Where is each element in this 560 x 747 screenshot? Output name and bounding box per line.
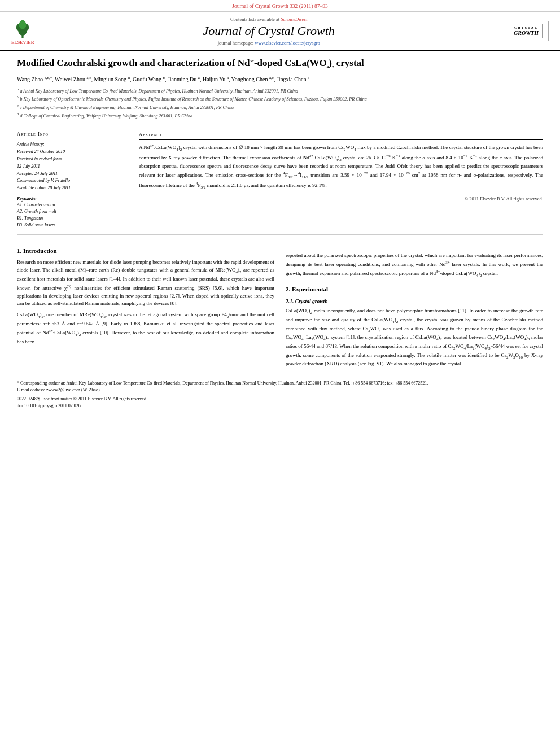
- keyword-1: A1. Characterization: [17, 202, 130, 208]
- keyword-4: B3. Solid-state lasers: [17, 222, 130, 229]
- elsevier-logo-area: ELSEVIER: [11, 18, 34, 45]
- affiliations: a a Anhui Key Laboratory of Low Temperat…: [17, 86, 543, 120]
- intro-paragraph-2: CsLa(WO4)2, one member of MRe(WO4)2, cry…: [17, 311, 274, 346]
- article-info-column: Article Info Article history: Received 2…: [17, 131, 130, 229]
- journal-title: Journal of Crystal Growth: [34, 24, 504, 38]
- keyword-3: B1. Tungstates: [17, 215, 130, 222]
- issn-line: 0022-0248/$ - see front matter © 2011 El…: [17, 396, 543, 403]
- divider-1: [17, 125, 543, 125]
- keywords-list: A1. Characterization A2. Growth from mel…: [17, 202, 130, 229]
- journal-citation: Journal of Crystal Growth 332 (2011) 87–…: [232, 3, 328, 9]
- sciencedirect-link[interactable]: ScienceDirect: [281, 16, 307, 22]
- logo-growth: GROWTH: [514, 30, 539, 36]
- intro-paragraph-1: Research on more efficient new materials…: [17, 259, 274, 308]
- journal-header: ELSEVIER Contents lists available at Sci…: [0, 12, 560, 51]
- accepted-date: Accepted 24 July 2011: [17, 171, 130, 178]
- history-label: Article history:: [17, 141, 130, 148]
- abstract-column: Abstract A Nd3+:CsLa(WO4)2 crystal with …: [139, 131, 543, 229]
- contents-line: Contents lists available at ScienceDirec…: [34, 16, 504, 22]
- body-columns: 1. Introduction Research on more efficie…: [17, 241, 543, 368]
- article-title: Modified Czochralski growth and characte…: [17, 57, 543, 70]
- section2-title: 2. Experimental: [286, 285, 543, 294]
- revised-date: Received in revised form12 July 2011: [17, 156, 130, 171]
- footnote-area: * Corresponding author at: Anhui Key Lab…: [17, 377, 543, 409]
- elsevier-label: ELSEVIER: [11, 40, 34, 45]
- doi-line: doi:10.1016/j.jcrysgro.2011.07.026: [17, 403, 543, 409]
- affiliation-d: d d College of Chemical Engineering, Wei…: [17, 111, 543, 120]
- communicated-by: Communicated by V. Fratello: [17, 177, 130, 185]
- abstract-text: A Nd3+:CsLa(WO4)2 crystal with dimension…: [139, 143, 543, 191]
- journal-homepage: journal homepage: www.elsevier.com/locat…: [34, 40, 504, 46]
- body-left-column: 1. Introduction Research on more efficie…: [17, 241, 274, 368]
- keyword-2: A2. Growth from melt: [17, 208, 130, 215]
- body-right-column: reported about the polarized spectroscop…: [286, 241, 543, 368]
- affiliation-a: a a Anhui Key Laboratory of Low Temperat…: [17, 86, 543, 95]
- authors-line: Wang Zhao a,b,*, Weiwei Zhou a,c, Mingju…: [17, 76, 543, 82]
- copyright-line: © 2011 Elsevier B.V. All rights reserved…: [139, 195, 543, 203]
- journal-center-header: Contents lists available at ScienceDirec…: [34, 16, 504, 46]
- keywords-title: Keywords:: [17, 196, 130, 202]
- elsevier-logo: ELSEVIER: [11, 18, 34, 45]
- article-history: Article history: Received 24 October 201…: [17, 141, 130, 192]
- svg-point-4: [19, 20, 27, 29]
- abstract-heading: Abstract: [139, 131, 543, 140]
- affiliation-c: c c Department of Chemistry & Chemical E…: [17, 103, 543, 111]
- article-content: Modified Czochralski growth and characte…: [0, 51, 560, 415]
- info-abstract-columns: Article Info Article history: Received 2…: [17, 131, 543, 229]
- section1-title: 1. Introduction: [17, 246, 274, 256]
- affiliation-b: b b Key Laboratory of Optoelectronic Mat…: [17, 94, 543, 103]
- section2-sub1: 2.1. Crystal growth: [286, 298, 543, 306]
- crystal-growth-logo: CRYSTAL GROWTH: [504, 21, 549, 42]
- logo-crystal: CRYSTAL: [514, 26, 539, 30]
- logo-box: CRYSTAL GROWTH: [510, 24, 542, 39]
- keywords-section: Keywords: A1. Characterization A2. Growt…: [17, 196, 130, 229]
- journal-citation-bar: Journal of Crystal Growth 332 (2011) 87–…: [0, 0, 560, 12]
- email-note: E-mail address: zwww2@live.com (W. Zhao)…: [17, 387, 543, 394]
- experimental-paragraph-1: CsLa(WO4)2 melts incongruently, and does…: [286, 307, 543, 368]
- homepage-link[interactable]: www.elsevier.com/locate/jcrysgro: [255, 40, 320, 46]
- elsevier-tree-icon: [11, 18, 34, 40]
- divider-2: [17, 234, 543, 235]
- intro-paragraph-3: reported about the polarized spectroscop…: [286, 252, 543, 279]
- received-date: Received 24 October 2010: [17, 148, 130, 156]
- available-online: Available online 28 July 2011: [17, 185, 130, 192]
- corresponding-author-note: * Corresponding author at: Anhui Key Lab…: [17, 380, 543, 387]
- article-info-heading: Article Info: [17, 131, 130, 138]
